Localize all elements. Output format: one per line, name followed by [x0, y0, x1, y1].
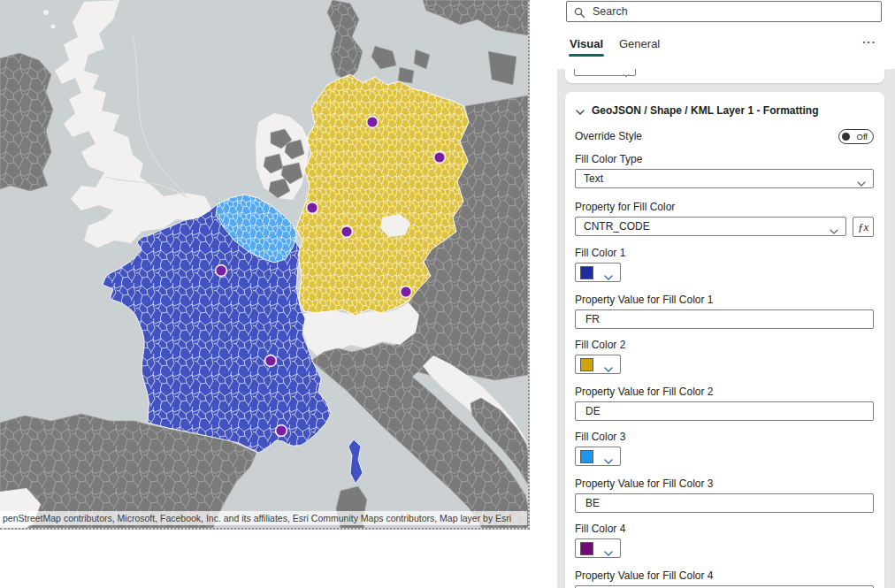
chevron-down-icon: [604, 454, 613, 467]
fill-color-4-picker[interactable]: [575, 538, 621, 558]
fill-color-3-label: Fill Color 3: [575, 431, 874, 443]
fill-color-3-picker[interactable]: [575, 447, 621, 466]
map-visual[interactable]: penStreetMap contributors, Microsoft, Fa…: [0, 0, 530, 530]
chevron-down-icon: [623, 69, 630, 81]
property-value-1-field[interactable]: [575, 309, 874, 329]
property-value-1-label: Property Value for Fill Color 1: [575, 294, 874, 306]
section-header[interactable]: GeoJSON / Shape / KML Layer 1 - Formatti…: [575, 104, 874, 117]
color-swatch: [580, 542, 593, 555]
truncated-dropdown[interactable]: [574, 69, 636, 76]
override-style-toggle[interactable]: Off: [838, 129, 874, 144]
property-value-3-label: Property Value for Fill Color 3: [575, 478, 874, 490]
property-for-fill-color-label: Property for Fill Color: [575, 202, 874, 213]
fx-conditional-formatting-button[interactable]: ƒx: [853, 217, 874, 237]
city-marker[interactable]: [434, 152, 446, 164]
formatting-card: GeoJSON / Shape / KML Layer 1 - Formatti…: [565, 92, 884, 588]
pane-header: Visual General ⋯: [557, 0, 895, 69]
search-input[interactable]: [591, 2, 874, 21]
city-marker[interactable]: [367, 117, 379, 128]
color-swatch: [580, 266, 593, 279]
chevron-down-icon: [604, 363, 613, 375]
chevron-down-icon: [857, 177, 866, 189]
europe-map: [0, 0, 528, 528]
city-marker[interactable]: [265, 355, 277, 367]
map-attribution: penStreetMap contributors, Microsoft, Fa…: [0, 511, 527, 525]
property-value-3-field[interactable]: [575, 493, 874, 513]
active-tab-underline: [569, 54, 604, 57]
fill-color-2-picker[interactable]: [575, 355, 621, 374]
fill-color-4-label: Fill Color 4: [575, 523, 874, 535]
fill-color-type-label: Fill Color Type: [575, 154, 874, 165]
more-options-icon[interactable]: ⋯: [861, 34, 876, 50]
property-value-4-label: Property Value for Fill Color 4: [575, 570, 874, 582]
collapse-chevron-icon: [576, 105, 585, 118]
search-box[interactable]: [566, 1, 882, 22]
clipped-card: [565, 69, 884, 83]
property-value-1-input[interactable]: [584, 310, 867, 328]
override-style-label: Override Style: [575, 131, 642, 142]
property-value-3-input[interactable]: [584, 494, 867, 512]
tab-visual[interactable]: Visual: [570, 37, 603, 50]
chevron-down-icon: [604, 271, 613, 283]
format-pane: Visual General ⋯ GeoJSON / Shape / KML L…: [557, 0, 895, 588]
section-title: GeoJSON / Shape / KML Layer 1 - Formatti…: [592, 104, 819, 117]
fill-color-1-label: Fill Color 1: [575, 248, 874, 259]
city-marker[interactable]: [401, 286, 412, 298]
city-marker[interactable]: [276, 425, 287, 437]
property-value-2-label: Property Value for Fill Color 2: [575, 386, 874, 398]
city-marker[interactable]: [341, 226, 353, 238]
toggle-state-label: Off: [857, 132, 868, 141]
dropdown-value: Text: [584, 172, 603, 185]
chevron-down-icon: [830, 225, 838, 237]
property-for-fill-color-dropdown[interactable]: CNTR_CODE: [575, 217, 846, 236]
toggle-knob: [842, 133, 850, 141]
fill-color-1-picker[interactable]: [575, 263, 621, 282]
color-swatch: [580, 450, 593, 463]
city-marker[interactable]: [307, 202, 318, 214]
chevron-down-icon: [604, 546, 613, 559]
color-swatch: [580, 358, 593, 371]
map-scrollbar-thumb[interactable]: [524, 179, 528, 195]
search-icon: [574, 6, 585, 22]
property-value-2-input[interactable]: [584, 402, 867, 420]
tab-general[interactable]: General: [619, 37, 660, 50]
dropdown-value: CNTR_CODE: [584, 220, 650, 233]
fill-color-2-label: Fill Color 2: [575, 340, 874, 351]
fill-color-type-dropdown[interactable]: Text: [575, 169, 874, 188]
city-marker[interactable]: [216, 265, 227, 277]
property-value-2-field[interactable]: [575, 401, 874, 421]
